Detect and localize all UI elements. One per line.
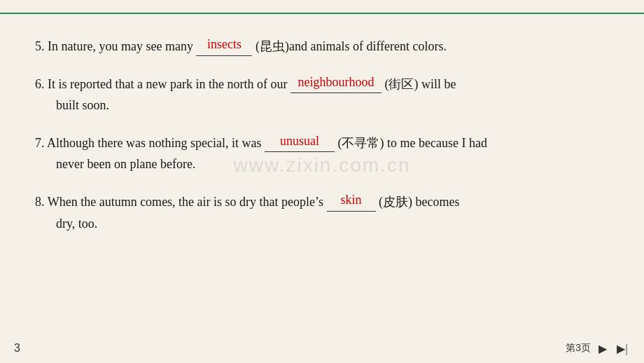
page-label: 第3页 <box>566 342 591 355</box>
content-area: 5. In nature, you may see many insects (… <box>35 35 609 328</box>
item-text: 7. Although there was nothing special, i… <box>35 132 609 154</box>
list-item: 7. Although there was nothing special, i… <box>35 132 609 175</box>
list-item: 5. In nature, you may see many insects (… <box>35 35 609 57</box>
item-number: 8. <box>35 195 45 209</box>
item-continuation: dry, too. <box>35 213 609 235</box>
blank-neighbourhood: neighbourhood <box>290 71 382 94</box>
item-number: 7. <box>35 136 45 150</box>
list-item: 8. When the autumn comes, the air is so … <box>35 191 609 234</box>
blank-skin: skin <box>327 189 376 212</box>
item-text: 8. When the autumn comes, the air is so … <box>35 191 609 213</box>
last-page-button[interactable]: ▶| <box>615 341 630 356</box>
item-number: 6. <box>35 77 45 91</box>
page-number: 3 <box>14 342 20 355</box>
blank-unusual: unusual <box>265 130 335 153</box>
item-continuation: never been on plane before. <box>35 153 609 175</box>
item-text: 5. In nature, you may see many insects (… <box>35 35 609 57</box>
page-controls: 第3页 ▶ ▶| <box>566 341 630 356</box>
top-decorative-line <box>0 13 644 14</box>
item-continuation: built soon. <box>35 95 609 116</box>
item-text: 6. It is reported that a new park in the… <box>35 73 609 95</box>
list-item: 6. It is reported that a new park in the… <box>35 73 609 116</box>
blank-insects: insects <box>196 34 252 56</box>
next-page-button[interactable]: ▶ <box>595 341 610 356</box>
item-number: 5. <box>35 39 45 53</box>
